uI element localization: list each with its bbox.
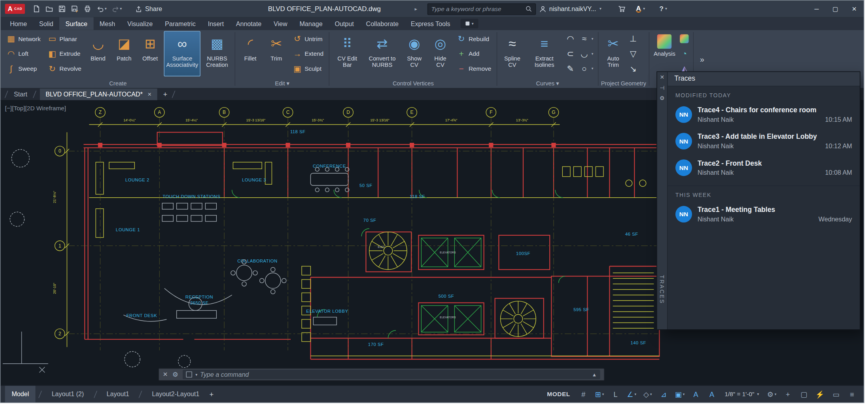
zebra-button[interactable]: [678, 31, 690, 46]
new-doc-tab-button[interactable]: +: [162, 90, 168, 98]
close-button[interactable]: ✕: [845, 0, 864, 17]
autocad-logo[interactable]: A CAD: [5, 4, 25, 14]
ribbon-tab-parametric[interactable]: Parametric: [159, 17, 202, 30]
command-input[interactable]: ▾ Type a command ▲: [183, 370, 600, 379]
maximize-button[interactable]: ▢: [826, 0, 845, 17]
command-line-bar[interactable]: ✕ ⚙ ▾ Type a command ▲: [158, 368, 604, 381]
trace-item[interactable]: NNTrace3 - Add table in Elevator LobbyNi…: [668, 128, 860, 154]
curvature-button[interactable]: ◔: [678, 46, 690, 61]
patch-button[interactable]: ◪Patch: [112, 31, 136, 76]
panel-title-project-geometry[interactable]: Project Geometry: [601, 79, 646, 88]
command-history-icon[interactable]: ▲: [592, 372, 597, 377]
edit-curve-button[interactable]: ✎: [564, 61, 577, 76]
ribbon-tab-express-tools[interactable]: Express Tools: [405, 17, 456, 30]
panel-title-edit[interactable]: Edit ▾: [238, 79, 326, 88]
palette-title[interactable]: Traces: [668, 72, 860, 86]
offset-button[interactable]: ⊞Offset: [138, 31, 163, 76]
redo-button[interactable]: ▾: [110, 3, 123, 15]
revolve-button[interactable]: ↻Revolve: [45, 61, 84, 76]
panel-title-curves[interactable]: Curves ▾: [500, 79, 595, 88]
redo-dropdown-caret[interactable]: ▾: [120, 7, 122, 11]
ribbon-tab-output[interactable]: Output: [329, 17, 360, 30]
doc-tab-start[interactable]: Start: [11, 91, 29, 98]
spline-cv-button[interactable]: ≈Spline CV: [500, 31, 525, 76]
layout-tab-layout1[interactable]: Layout1: [100, 386, 136, 402]
annotation-scale-button[interactable]: 1/8" = 1'-0" ▾: [721, 391, 763, 397]
object-snap-icon[interactable]: ▣▾: [673, 388, 687, 400]
command-close-icon[interactable]: ✕: [163, 371, 168, 378]
palette-close-icon[interactable]: ✕: [660, 75, 665, 80]
isodraft-icon[interactable]: ◇▾: [641, 388, 655, 400]
network-button[interactable]: ▦Network: [4, 31, 43, 46]
user-account-button[interactable]: nishant.naikVY... ▾: [539, 5, 601, 12]
circle-curve-button[interactable]: ○▾: [578, 61, 595, 76]
planar-button[interactable]: ▭Planar: [45, 31, 84, 46]
isolate-objects-icon[interactable]: ▢: [797, 388, 811, 400]
nurbs-creation-button[interactable]: ▩NURBS Creation: [202, 31, 232, 76]
new-layout-button[interactable]: +: [206, 390, 217, 398]
help-button[interactable]: ? ▾: [659, 5, 667, 13]
blend-button[interactable]: ◡Blend: [86, 31, 110, 76]
save-button[interactable]: [57, 3, 68, 15]
spline-freehand-button[interactable]: ≈▾: [578, 31, 595, 46]
trim-button[interactable]: ✂Trim: [264, 31, 289, 76]
trace-item[interactable]: NNTrace1 - Meeting TablesNishant NaikWed…: [668, 201, 860, 227]
arc-curve-button[interactable]: ◡▾: [578, 46, 595, 61]
sweep-button[interactable]: ∫Sweep: [4, 61, 43, 76]
snap-mode-icon[interactable]: ⊞▾: [592, 388, 607, 400]
surface-associativity-button[interactable]: ∞Surface Associativity: [164, 31, 200, 76]
extrude-button[interactable]: ◧Extrude: [45, 46, 84, 61]
cv-edit-bar-button[interactable]: ⠿CV Edit Bar: [332, 31, 362, 76]
new-file-button[interactable]: [31, 3, 42, 15]
title-caret-icon[interactable]: ▸: [415, 6, 417, 11]
layout-tab-layout1-2[interactable]: Layout1 (2): [45, 386, 91, 402]
share-button[interactable]: Share: [135, 5, 162, 12]
palette-properties-icon[interactable]: ⚙: [660, 96, 665, 101]
ribbon-tab-surface[interactable]: Surface: [59, 17, 93, 30]
annotation-autoscale-icon[interactable]: A: [705, 388, 719, 400]
ribbon-tab-view[interactable]: View: [268, 17, 293, 30]
search-icon[interactable]: [526, 6, 532, 12]
model-space-label[interactable]: MODEL: [547, 391, 570, 397]
close-doc-tab-icon[interactable]: ×: [148, 90, 151, 98]
untrim-button[interactable]: ↺Untrim: [290, 31, 326, 46]
customization-menu-icon[interactable]: ≡: [845, 388, 859, 400]
offset-curve-button[interactable]: ⊂: [564, 46, 577, 61]
osnap-tracking-icon[interactable]: ⊿: [656, 388, 671, 400]
project-view-button[interactable]: ▽: [627, 46, 639, 61]
recent-commands-icon[interactable]: [186, 371, 192, 377]
analysis-button[interactable]: Analysis: [652, 31, 677, 76]
panel-title-control-vertices[interactable]: Control Vertices: [332, 79, 494, 88]
customize-wrench-icon[interactable]: ⚙: [172, 370, 178, 378]
autodesk-dropdown-caret[interactable]: ▾: [643, 7, 645, 11]
ribbon-display-options-button[interactable]: ▾: [461, 19, 478, 28]
loft-button[interactable]: ◠Loft: [4, 46, 43, 61]
extend-button[interactable]: →Extend: [290, 46, 326, 61]
trace-item[interactable]: NNTrace4 - Chairs for conference roomNis…: [668, 101, 860, 128]
ribbon-tab-mesh[interactable]: Mesh: [93, 17, 121, 30]
sculpt-button[interactable]: ▣Sculpt: [290, 61, 326, 76]
blend-curve-button[interactable]: ◠: [564, 31, 577, 46]
customize-add-icon[interactable]: +: [781, 388, 795, 400]
ribbon-tab-annotate[interactable]: Annotate: [230, 17, 267, 30]
polar-tracking-icon[interactable]: ∠▾: [624, 388, 639, 400]
project-2points-button[interactable]: ↘: [627, 61, 639, 76]
palette-autohide-icon[interactable]: ⊣: [660, 85, 664, 91]
recent-commands-caret[interactable]: ▾: [195, 372, 197, 377]
ribbon-tab-solid[interactable]: Solid: [33, 17, 60, 30]
grid-display-icon[interactable]: #: [576, 388, 590, 400]
minimize-button[interactable]: ─: [807, 0, 826, 17]
show-cv-button[interactable]: ◉Show CV: [402, 31, 427, 76]
ribbon-tab-manage[interactable]: Manage: [293, 17, 329, 30]
save-as-button[interactable]: [69, 3, 80, 15]
layout-tab-layout2-layout1[interactable]: Layout2-Layout1: [145, 386, 206, 402]
viewport-controls[interactable]: [−][Top][2D Wireframe]: [5, 105, 66, 111]
help-dropdown-caret[interactable]: ▾: [665, 7, 667, 11]
trace-item[interactable]: NNTrace2 - Front DeskNishant Naik10:08 A…: [668, 155, 860, 181]
add-button[interactable]: +Add: [454, 46, 494, 61]
hide-cv-button[interactable]: ◎Hide CV: [428, 31, 453, 76]
workspace-settings-icon[interactable]: ⚙▾: [764, 388, 779, 400]
ribbon-overflow-icon[interactable]: »: [700, 55, 704, 63]
panel-title-create[interactable]: Create: [4, 79, 232, 88]
user-dropdown-caret[interactable]: ▾: [599, 7, 601, 11]
